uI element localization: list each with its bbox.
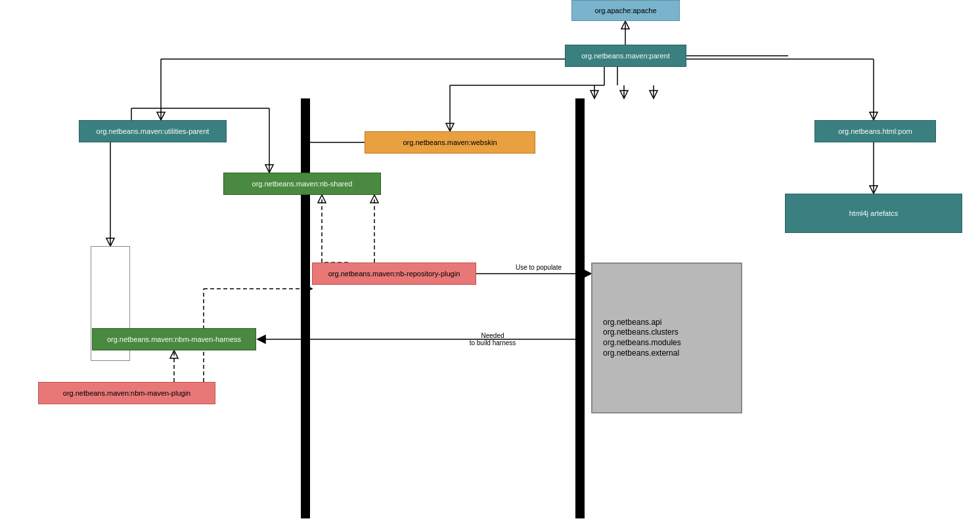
node-netbeans-maven-parent: org.netbeans.maven:parent: [565, 45, 686, 67]
svg-marker-30: [318, 195, 326, 203]
thick-bar-right: [575, 98, 585, 518]
svg-marker-8: [446, 123, 454, 131]
label-needed-to-build: Needed to build harness: [453, 325, 532, 346]
svg-marker-40: [170, 350, 178, 358]
node-nbm-maven-harness: org.netbeans.maven:nbm-maven-harness: [92, 328, 256, 350]
svg-marker-14: [590, 91, 598, 98]
svg-marker-34: [257, 335, 265, 343]
node-webskin: org.netbeans.maven:webskin: [365, 131, 535, 154]
svg-marker-1: [621, 21, 629, 29]
diagram-container: org.apache:apache org.netbeans.maven:par…: [0, 0, 980, 525]
svg-marker-18: [650, 91, 657, 98]
node-netbeans-clusters: org.netbeans.api org.netbeans.clusters o…: [591, 262, 742, 413]
node-html4j-artefatcs: html4j artefatcs: [785, 194, 962, 233]
svg-marker-4: [157, 112, 165, 120]
svg-marker-22: [265, 165, 273, 173]
svg-marker-16: [620, 91, 628, 98]
node-org-apache: org.apache:apache: [571, 0, 680, 21]
node-utilities-parent: org.netbeans.maven:utilities-parent: [79, 120, 227, 142]
node-nb-shared: org.netbeans.maven:nb-shared: [223, 173, 381, 195]
arrows-svg: [0, 0, 980, 525]
thick-bar-left: [301, 98, 310, 518]
label-use-to-populate: Use to populate: [499, 264, 578, 271]
node-nb-repository-plugin: org.netbeans.maven:nb-repository-plugin: [312, 262, 476, 285]
svg-marker-45: [870, 186, 878, 194]
svg-marker-11: [870, 112, 878, 120]
node-nbm-maven-plugin: org.netbeans.maven:nbm-maven-plugin: [38, 382, 215, 404]
node-html-pom: org.netbeans.html:pom: [814, 120, 936, 142]
svg-marker-36: [106, 238, 114, 246]
svg-marker-27: [370, 195, 378, 203]
